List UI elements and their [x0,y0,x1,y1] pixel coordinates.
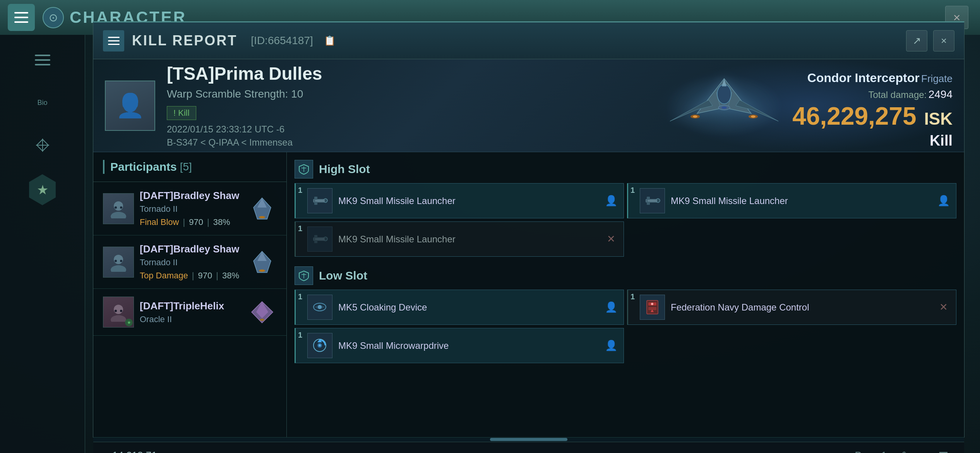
svg-point-18 [721,106,727,109]
final-blow-badge: Final Blow [140,217,179,227]
slot-item: 1 MK5 Cloaking Device 👤 [295,290,624,325]
svg-point-27 [111,265,126,272]
participant-avatar [103,247,134,278]
svg-point-29 [120,260,122,262]
svg-point-21 [115,206,117,209]
page-label: Page 1 [855,450,887,453]
participant-info: [DAFT]Bradley Shaw Tornado II Top Damage… [140,243,242,281]
low-slot-title: Low Slot [319,269,367,282]
participant-ship: Tornado II [140,204,242,214]
participant-avatar: ★ [103,297,134,328]
svg-point-34 [111,315,126,322]
slot-item-name: MK9 Small Microwarpdrive [338,340,449,352]
slot-item-name: MK5 Cloaking Device [338,301,427,313]
slot-item-person-action[interactable]: 👤 [937,194,950,208]
slot-item: 1 MK9 Small Missile Launcher 👤 [627,183,956,218]
slot-item-close-action[interactable]: ✕ [604,232,618,246]
bottom-bar: ⬧ 14,218.71 + Page 1 ✎ ⊟ [93,442,964,453]
participant-name: [DAFT]Bradley Shaw [140,243,242,255]
slot-item: 1 Federation Navy Damage Control [627,290,956,325]
svg-point-25 [259,216,265,218]
participant-ship-icon [248,247,277,276]
ship-image [647,67,802,144]
svg-rect-61 [648,307,656,310]
panel-actions: ↗ × [906,30,954,51]
svg-point-36 [120,310,122,312]
svg-rect-53 [315,238,325,240]
participant-stats: Top Damage | 970 | 38% [140,271,242,281]
participants-header: Participants [5] [93,152,286,182]
percent-stat: 38% [213,217,230,227]
svg-point-32 [259,269,265,272]
participant-ship: Oracle II [140,314,242,324]
slot-item-name: MK9 Small Missile Launcher [338,195,456,207]
panel-id: [ID:6654187] [251,34,313,47]
export-button[interactable]: ↗ [906,30,927,51]
filter-icon[interactable]: ⊟ [938,448,949,453]
copy-icon[interactable]: 📋 [324,35,336,46]
svg-point-63 [651,303,653,305]
slot-item-close-action[interactable]: ✕ [937,300,950,314]
slot-item-name: MK9 Small Missile Launcher [338,233,456,245]
svg-rect-45 [315,200,325,202]
participant-alliance-badge: ★ [125,319,133,326]
svg-point-9 [717,84,731,104]
isk-value: 46,229,275 [792,104,916,129]
participants-list: [DAFT]Bradley Shaw Tornado II Final Blow… [93,182,286,437]
scrollbar-thumb[interactable] [490,438,567,441]
left-sidebar: Bio ★ [0,35,85,453]
participant-ship-icon [248,298,277,327]
svg-point-20 [111,212,126,218]
main-content: Participants [5] [93,152,964,437]
slot-item-person-action[interactable]: 👤 [604,339,618,352]
horizontal-scrollbar[interactable] [93,437,964,442]
slot-item-name: MK9 Small Missile Launcher [671,195,788,207]
svg-point-19 [114,201,123,211]
sidebar-combat-icon[interactable] [29,132,56,159]
svg-point-35 [115,310,117,312]
participant-name: [DAFT]TripleHelix [140,300,242,312]
svg-point-13 [751,115,756,118]
list-item[interactable]: [DAFT]Bradley Shaw Tornado II Final Blow… [93,182,286,235]
slot-item-icon [307,295,332,320]
high-slot-icon [295,160,313,178]
page-edit-icon[interactable]: ✎ [901,450,910,453]
slot-item-icon [640,295,665,320]
slot-item-person-action[interactable]: 👤 [604,194,618,208]
svg-point-28 [115,260,117,262]
panel-header: KILL REPORT [ID:6654187] 📋 ↗ × [93,22,964,59]
panel-title: KILL REPORT [132,33,237,49]
main-menu-button[interactable] [8,4,35,31]
fitting-panel: High Slot 1 [287,152,964,437]
svg-point-33 [114,305,123,314]
sidebar-star-icon[interactable]: ★ [27,174,58,205]
panel-close-button[interactable]: × [933,30,954,51]
low-slot-icon [295,266,313,285]
ship-type-name: Condor Interceptor [807,71,920,85]
list-item[interactable]: ★ [DAFT]TripleHelix Oracle II [93,289,286,336]
total-damage-value: 2494 [929,88,953,100]
list-item[interactable]: [DAFT]Bradley Shaw Tornado II Top Damage… [93,235,286,289]
slot-item-icon [640,188,665,213]
panel-menu-button[interactable] [103,30,124,51]
participant-info: [DAFT]Bradley Shaw Tornado II Final Blow… [140,190,242,227]
ship-class: Frigate [921,73,953,84]
svg-rect-2 [35,64,50,65]
victim-section: [TSA]Prima Dulles Warp Scramble Strength… [93,59,964,152]
svg-point-39 [260,319,264,321]
victim-ship-stats: Condor Interceptor Frigate Total damage:… [792,71,953,149]
slot-item-icon [307,333,332,358]
svg-rect-1 [35,59,50,61]
participant-name: [DAFT]Bradley Shaw [140,190,242,202]
top-damage-badge: Top Damage [140,271,188,281]
svg-point-26 [114,255,123,264]
sidebar-menu-icon[interactable] [29,46,56,74]
participants-bar-accent [103,160,105,174]
bottom-isk-value: 14,218.71 [112,450,157,453]
kill-badge: ! Kill [167,106,196,120]
slot-item-icon [307,226,332,252]
bottom-isk-icon: ⬧ [103,450,109,453]
participant-stats: Final Blow | 970 | 38% [140,217,242,227]
slot-item-person-action[interactable]: 👤 [604,300,618,314]
sidebar-bio-icon[interactable]: Bio [29,89,56,116]
